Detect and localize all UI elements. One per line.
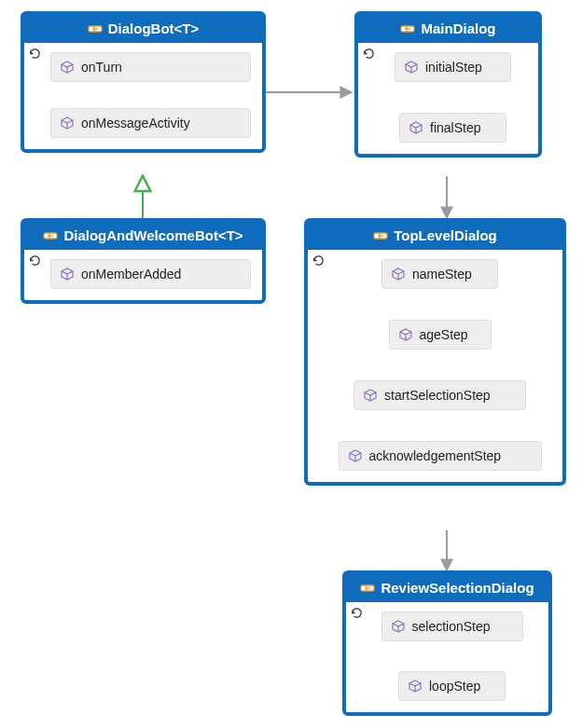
link-icon xyxy=(373,228,388,243)
link-icon xyxy=(360,581,375,596)
class-topleveldialog: TopLevelDialog nameStep ageStep startSel… xyxy=(304,218,566,486)
class-maindialog-header: MainDialog xyxy=(358,15,538,43)
method-selectionstep: selectionStep xyxy=(381,611,523,641)
cube-icon xyxy=(61,61,74,74)
class-topleveldialog-title: TopLevelDialog xyxy=(394,227,497,243)
class-dialogbot: DialogBot<T> onTurn onMessageActivity xyxy=(21,11,266,153)
cube-icon xyxy=(61,117,74,130)
link-icon xyxy=(43,228,58,243)
cube-icon xyxy=(364,389,377,402)
cube-icon xyxy=(392,268,405,281)
method-namestep: nameStep xyxy=(381,259,498,289)
method-onmemberadded-label: onMemberAdded xyxy=(81,267,181,282)
method-selectionstep-label: selectionStep xyxy=(412,619,491,634)
cycle-icon xyxy=(28,254,42,271)
class-reviewselectiondialog: ReviewSelectionDialog selectionStep loop… xyxy=(342,570,552,716)
class-maindialog: MainDialog initialStep finalStep xyxy=(354,11,542,158)
method-agestep: ageStep xyxy=(389,320,492,350)
method-acknowledgementstep: acknowledgementStep xyxy=(339,441,542,471)
cube-icon xyxy=(349,449,362,462)
cube-icon xyxy=(61,268,74,281)
cycle-icon xyxy=(362,47,376,64)
cube-icon xyxy=(409,680,422,693)
method-agestep-label: ageStep xyxy=(420,327,468,342)
method-finalstep: finalStep xyxy=(399,113,506,143)
cycle-icon xyxy=(350,606,364,624)
class-dialogandwelcomebot-header: DialogAndWelcomeBot<T> xyxy=(24,222,262,250)
method-loopstep: loopStep xyxy=(398,671,506,701)
method-startselectionstep: startSelectionStep xyxy=(353,380,526,410)
cycle-icon xyxy=(312,254,326,271)
class-reviewselectiondialog-title: ReviewSelectionDialog xyxy=(381,580,534,596)
method-onmessageactivity: onMessageActivity xyxy=(50,108,251,138)
method-acknowledgementstep-label: acknowledgementStep xyxy=(369,448,502,463)
cube-icon xyxy=(392,620,405,633)
method-initialstep-label: initialStep xyxy=(425,60,482,75)
class-dialogandwelcomebot: DialogAndWelcomeBot<T> onMemberAdded xyxy=(21,218,266,304)
method-startselectionstep-label: startSelectionStep xyxy=(384,388,491,403)
class-maindialog-title: MainDialog xyxy=(421,21,495,36)
class-reviewselectiondialog-header: ReviewSelectionDialog xyxy=(346,574,548,602)
link-icon xyxy=(88,21,103,36)
method-loopstep-label: loopStep xyxy=(429,679,480,694)
cycle-icon xyxy=(28,47,42,64)
class-topleveldialog-header: TopLevelDialog xyxy=(308,222,562,250)
class-dialogbot-title: DialogBot<T> xyxy=(108,21,200,36)
class-dialogandwelcomebot-title: DialogAndWelcomeBot<T> xyxy=(63,227,242,243)
link-icon xyxy=(400,21,415,36)
method-onturn-label: onTurn xyxy=(81,60,122,75)
method-onmemberadded: onMemberAdded xyxy=(50,259,251,289)
method-finalstep-label: finalStep xyxy=(430,120,480,135)
method-initialstep: initialStep xyxy=(395,52,511,82)
cube-icon xyxy=(399,328,412,341)
method-onturn: onTurn xyxy=(50,52,251,82)
cube-icon xyxy=(409,121,423,134)
cube-icon xyxy=(405,61,418,74)
method-onmessageactivity-label: onMessageActivity xyxy=(81,116,190,130)
method-namestep-label: nameStep xyxy=(412,267,472,282)
class-dialogbot-header: DialogBot<T> xyxy=(24,15,262,43)
